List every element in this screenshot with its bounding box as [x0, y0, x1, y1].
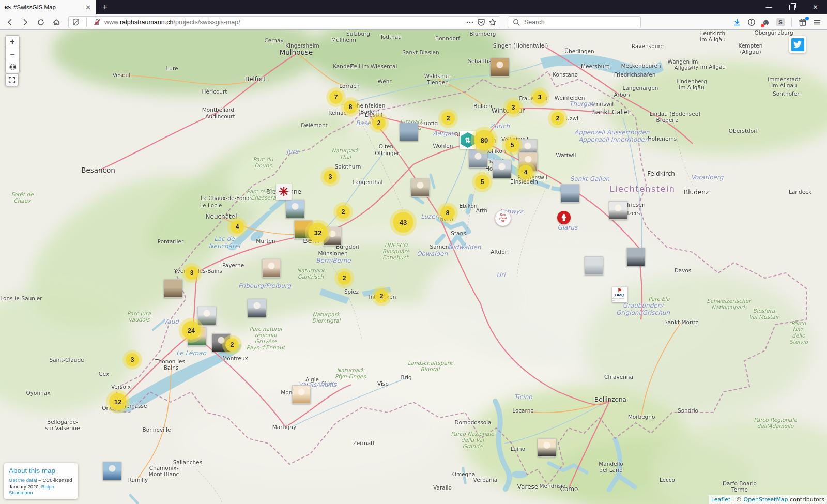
fullscreen-button[interactable] — [5, 73, 19, 86]
s-extension-icon: S — [776, 18, 785, 26]
zoom-out-button[interactable]: − — [6, 48, 19, 60]
home-icon — [52, 18, 60, 26]
cluster-marker[interactable]: 4 — [231, 220, 244, 234]
window-controls: — ✕ — [757, 0, 827, 14]
logo-marker-asterisk[interactable]: ✳ — [276, 184, 292, 200]
cluster-marker[interactable]: 3 — [324, 170, 337, 184]
tab-close-icon[interactable]: ✕ — [84, 4, 92, 11]
cluster-marker[interactable]: 32 — [308, 223, 328, 242]
photo-marker[interactable] — [585, 256, 603, 275]
hamburger-icon — [813, 18, 821, 26]
photo-marker[interactable] — [626, 248, 645, 266]
cluster-marker[interactable]: 2 — [225, 338, 239, 352]
browser-tab[interactable]: RS #SwissGIS Map ✕ — [0, 0, 96, 14]
osm-link[interactable]: OpenStreetMap — [744, 496, 788, 503]
cluster-marker[interactable]: 2 — [441, 112, 455, 125]
download-icon — [733, 18, 741, 26]
whats-new-dot — [805, 17, 809, 20]
photo-marker[interactable] — [609, 201, 627, 220]
s-extension-button[interactable]: S — [774, 16, 787, 28]
cluster-marker[interactable]: 3 — [507, 101, 520, 114]
home-button[interactable] — [50, 16, 63, 28]
search-box[interactable]: Search — [508, 16, 641, 28]
minimize-button[interactable]: — — [757, 0, 780, 14]
twitter-share-button[interactable] — [789, 36, 806, 53]
photo-marker[interactable] — [493, 160, 511, 178]
cluster-marker[interactable]: 2 — [375, 289, 388, 303]
photo-marker[interactable] — [400, 123, 418, 141]
extension-info-button[interactable] — [745, 16, 758, 28]
get-data-link[interactable]: Get the data! — [9, 477, 37, 483]
cluster-marker[interactable]: 5 — [505, 138, 519, 152]
back-icon — [6, 18, 14, 26]
forward-icon — [21, 18, 29, 26]
cluster-marker[interactable]: 3 — [185, 266, 198, 280]
map-viewport[interactable]: CernayKingersheimMulhouseSulzburgMüllhei… — [0, 30, 827, 504]
zoom-control: + − — [5, 35, 20, 73]
new-tab-button[interactable]: + — [96, 0, 114, 14]
restore-icon — [789, 5, 795, 10]
page-actions-icon[interactable] — [466, 18, 474, 26]
map-markers-layer: ✳⇅GeoportalSZ⚑HMQwissen. können. tun.782… — [0, 30, 827, 504]
close-button[interactable]: ✕ — [804, 0, 827, 14]
cluster-marker[interactable]: 2 — [372, 116, 386, 130]
hmq-flag-icon: ⚑ — [618, 288, 622, 293]
cluster-marker[interactable]: 5 — [475, 175, 489, 189]
photo-marker[interactable] — [491, 58, 509, 77]
pocket-icon[interactable] — [477, 18, 485, 26]
menu-button[interactable] — [810, 16, 824, 28]
cluster-marker[interactable]: 12 — [109, 393, 127, 410]
cluster-marker[interactable]: 4 — [518, 165, 533, 179]
photo-marker[interactable] — [469, 149, 487, 168]
browser-navbar: www.ralphstraumann.ch/projects/swissgis-… — [0, 14, 827, 30]
hexagon-icon: ⇅ — [461, 132, 475, 148]
cluster-marker[interactable]: 7 — [329, 90, 343, 104]
cluster-marker[interactable]: 3 — [533, 90, 546, 104]
cluster-marker[interactable]: 8 — [440, 206, 455, 220]
forward-button[interactable] — [19, 16, 32, 28]
photo-marker[interactable] — [197, 307, 216, 325]
cluster-marker[interactable]: 8 — [344, 100, 357, 114]
bookmark-star-icon[interactable] — [488, 18, 497, 26]
tracking-shield-icon[interactable] — [72, 18, 80, 26]
reload-button[interactable] — [34, 16, 48, 28]
photo-marker[interactable] — [561, 184, 579, 203]
logo-marker-hmq[interactable]: ⚑HMQwissen. können. tun. — [612, 287, 627, 302]
photo-marker[interactable] — [292, 385, 311, 404]
home-extent-button[interactable] — [6, 60, 19, 73]
hmq-text: HMQ — [615, 293, 625, 297]
url-bar[interactable]: www.ralphstraumann.ch/projects/swissgis-… — [68, 16, 500, 28]
glarus-icon — [561, 214, 566, 221]
back-button[interactable] — [3, 16, 17, 28]
logo-marker-geoportal[interactable]: GeoportalSZ — [495, 210, 511, 226]
evernote-extension-button[interactable] — [759, 16, 773, 28]
leaflet-link[interactable]: Leaflet — [711, 496, 730, 503]
fullscreen-icon — [8, 77, 16, 84]
cluster-marker[interactable]: 3 — [126, 353, 139, 366]
info-circle-icon — [747, 18, 756, 26]
cluster-marker[interactable]: 2 — [338, 271, 351, 285]
zoom-in-button[interactable]: + — [6, 36, 19, 48]
photo-marker[interactable] — [538, 438, 556, 457]
photo-marker[interactable] — [164, 279, 182, 298]
photo-marker[interactable] — [411, 178, 430, 197]
insecure-lock-icon[interactable] — [93, 18, 101, 26]
cluster-marker[interactable]: 2 — [336, 205, 350, 219]
restore-button[interactable] — [780, 0, 804, 14]
about-title: About this map — [9, 467, 73, 475]
downloads-button[interactable] — [730, 16, 744, 28]
cluster-marker[interactable]: 24 — [182, 321, 201, 340]
attribution-sep: | © — [730, 496, 743, 503]
logo-marker-glarus[interactable] — [557, 211, 571, 224]
whats-new-button[interactable] — [796, 16, 809, 28]
cluster-marker[interactable]: 43 — [393, 212, 414, 233]
photo-marker[interactable] — [286, 200, 304, 218]
photo-marker[interactable] — [262, 259, 281, 278]
cluster-marker[interactable]: 80 — [474, 130, 495, 150]
photo-marker[interactable] — [103, 462, 121, 480]
photo-marker[interactable] — [248, 299, 266, 317]
tab-title: #SwissGIS Map — [13, 4, 81, 10]
cluster-marker[interactable]: 2 — [551, 112, 564, 125]
date-text: January 2020, — [9, 484, 41, 490]
url-host: ralphstraumann.ch — [120, 19, 174, 26]
